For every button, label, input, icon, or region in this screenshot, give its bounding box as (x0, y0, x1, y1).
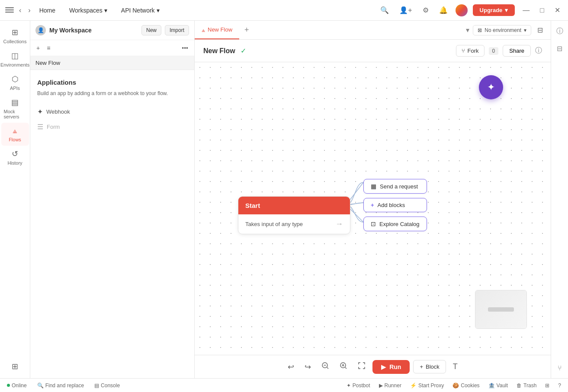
right-panel-icons: ⓘ ⊟ ⑂ (551, 21, 568, 378)
active-tab[interactable]: ⟁ New Flow (195, 21, 239, 39)
notifications-button[interactable]: 🔔 (436, 4, 450, 16)
action-buttons: ▦ Send a request + Add blocks ⊡ Explore … (363, 179, 427, 231)
settings-button[interactable]: ⚙ (420, 4, 431, 16)
proxy-icon: ⚡ (410, 382, 417, 389)
applications-desc: Build an app by adding a form or a webho… (37, 89, 187, 97)
fork-button[interactable]: ⑂ Fork (456, 45, 485, 57)
no-env-icon: ⊠ (478, 27, 482, 33)
send-request-button[interactable]: ▦ Send a request (363, 179, 427, 194)
tab-bar: ⟁ New Flow + ▾ ⊠ No environment ▾ ⊟ (195, 21, 551, 40)
maximize-button[interactable]: □ (537, 5, 547, 16)
status-indicator (7, 384, 10, 387)
vault-button[interactable]: 🏦 Vault (487, 382, 510, 389)
layout-toggle-button[interactable]: ⊞ (543, 382, 551, 389)
minimize-button[interactable]: — (520, 5, 532, 16)
add-blocks-icon: + (371, 202, 374, 208)
flow-canvas[interactable]: Start Takes input of any type → ▦ Send a… (195, 62, 551, 355)
home-nav[interactable]: Home (36, 5, 59, 16)
sidebar-item-collections[interactable]: ⊞ Collections (1, 24, 29, 48)
upgrade-chevron: ▾ (505, 7, 508, 13)
panel-header: 👤 My Workspace New Import (30, 21, 194, 40)
top-bar: ‹ › Home Workspaces ▾ API Network ▾ 🔍 👤+… (0, 0, 568, 21)
share-button[interactable]: Share (503, 45, 531, 57)
sidebar-item-extensions[interactable]: ⊞ (1, 358, 29, 375)
start-node[interactable]: Start Takes input of any type → (238, 196, 350, 234)
layout-icon: ⊞ (545, 382, 549, 389)
import-button[interactable]: Import (165, 25, 189, 35)
svg-line-9 (345, 367, 347, 369)
find-replace-button[interactable]: 🔍 Find and replace (35, 382, 86, 389)
view-options-button[interactable]: ⊟ (535, 24, 546, 36)
info-button[interactable]: ⓘ (535, 46, 542, 55)
runner-button[interactable]: ▶ Runner (377, 382, 403, 389)
fork-count: 0 (489, 47, 499, 55)
back-button[interactable]: ‹ (17, 5, 23, 16)
cookies-button[interactable]: 🍪 Cookies (451, 382, 481, 389)
add-flow-button[interactable]: + (34, 43, 42, 53)
runner-icon: ▶ (379, 382, 383, 389)
ai-assistant-button[interactable]: ✦ (479, 75, 503, 99)
search-button[interactable]: 🔍 (378, 4, 392, 16)
forward-button[interactable]: › (26, 5, 32, 16)
avatar[interactable] (456, 4, 468, 16)
close-button[interactable]: ✕ (552, 4, 563, 16)
menu-icon[interactable] (5, 7, 14, 13)
new-button[interactable]: New (141, 25, 161, 35)
right-panel-layout-button[interactable]: ⊟ (554, 42, 565, 55)
sidebar-item-apis-label: APIs (10, 86, 20, 91)
form-label: Form (47, 124, 60, 130)
start-proxy-button[interactable]: ⚡ Start Proxy (408, 382, 446, 389)
sidebar-item-apis[interactable]: ⬡ APIs (1, 71, 29, 94)
webhook-icon: ✦ (37, 108, 43, 116)
flow-list-item[interactable]: New Flow (30, 56, 194, 70)
add-tab-button[interactable]: + (239, 21, 254, 39)
right-panel-git-button[interactable]: ⑂ (555, 362, 565, 375)
applications-section: Applications Build an app by adding a fo… (30, 70, 194, 140)
find-replace-label: Find and replace (45, 382, 84, 389)
undo-button[interactable]: ↩ (284, 360, 298, 374)
console-button[interactable]: ▤ Console (93, 382, 122, 389)
online-status[interactable]: Online (5, 382, 29, 389)
redo-button[interactable]: ↪ (301, 360, 314, 374)
send-request-icon: ▦ (371, 183, 376, 190)
sidebar-item-environments-label: Environments (0, 62, 29, 67)
top-bar-left: ‹ › Home Workspaces ▾ API Network ▾ (5, 5, 163, 16)
right-panel-info-button[interactable]: ⓘ (554, 24, 566, 38)
tab-dropdown-button[interactable]: ▾ (466, 26, 469, 34)
sidebar-item-flows[interactable]: ⟁ Flows (1, 123, 29, 146)
explore-catalog-button[interactable]: ⊡ Explore Catalog (363, 217, 427, 231)
api-network-nav[interactable]: API Network ▾ (118, 5, 163, 16)
invite-button[interactable]: 👤+ (397, 4, 414, 16)
block-plus-icon: + (420, 363, 423, 370)
start-node-body: Takes input of any type → (238, 214, 350, 234)
side-panel: 👤 My Workspace New Import + ≡ ••• New Fl… (30, 21, 195, 378)
sidebar-item-mock-servers[interactable]: ▤ Mock servers (1, 94, 29, 123)
webhook-link[interactable]: ✦ Webhook (37, 104, 187, 119)
run-icon: ▶ (381, 363, 386, 370)
start-node-header: Start (238, 197, 350, 214)
fit-to-screen-button[interactable] (354, 359, 369, 374)
zoom-in-button[interactable] (336, 359, 351, 374)
postbot-button[interactable]: ✦ Postbot (345, 382, 372, 389)
sidebar-item-mock-servers-label: Mock servers (4, 109, 26, 119)
form-link[interactable]: ☰ Form (37, 119, 187, 134)
find-replace-icon: 🔍 (37, 382, 44, 389)
zoom-out-button[interactable] (318, 359, 333, 374)
help-button[interactable]: ? (556, 382, 563, 389)
applications-title: Applications (37, 79, 187, 86)
form-icon: ☰ (37, 123, 43, 131)
filter-button[interactable]: ≡ (44, 43, 53, 53)
add-block-button[interactable]: + Block (413, 360, 446, 373)
sidebar-item-environments[interactable]: ◫ Environments (1, 48, 29, 71)
trash-button[interactable]: 🗑 Trash (515, 382, 538, 389)
run-button[interactable]: ▶ Run (372, 360, 410, 374)
text-tool-button[interactable]: T (449, 360, 461, 374)
workspaces-nav[interactable]: Workspaces ▾ (66, 5, 111, 16)
upgrade-button[interactable]: Upgrade ▾ (473, 4, 515, 16)
environment-selector[interactable]: ⊠ No environment ▾ (473, 25, 531, 35)
sidebar-item-history[interactable]: ↺ History (1, 146, 29, 169)
workspace-title: My Workspace (49, 27, 138, 34)
more-options-button[interactable]: ••• (179, 43, 191, 53)
add-blocks-button[interactable]: + Add blocks (363, 198, 427, 212)
canvas-thumbnail (475, 290, 527, 329)
